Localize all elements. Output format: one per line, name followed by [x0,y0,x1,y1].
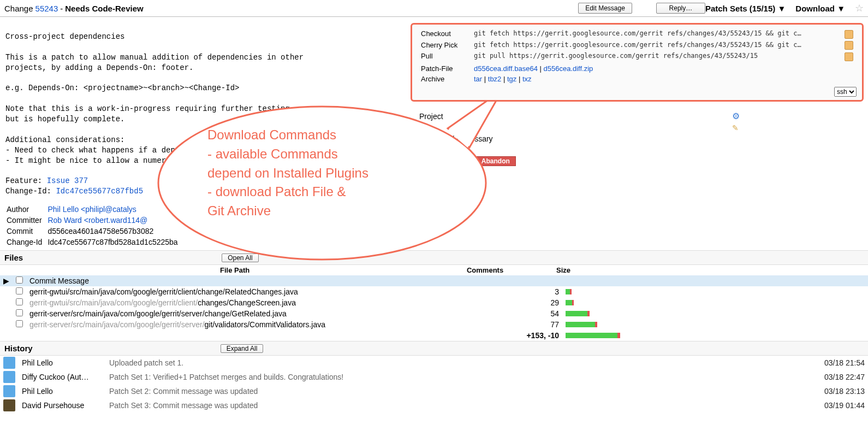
history-row[interactable]: Diffy Cuckoo (Aut…Patch Set 1: Verified+… [0,370,868,384]
file-size-bar [562,297,868,308]
copy-icon[interactable] [845,52,853,61]
file-size-bar [562,286,868,297]
download-cmd[interactable]: git fetch https://gerrit.googlesource.co… [472,29,841,39]
file-path[interactable]: gerrit-server/src/main/java/com/google/g… [26,319,486,330]
avatar [3,385,15,397]
file-reviewed-checkbox[interactable] [16,309,23,316]
history-message: Uploaded patch set 1. [106,356,802,370]
file-row[interactable]: gerrit-server/src/main/java/com/google/g… [0,308,868,319]
expand-arrow-icon[interactable] [0,297,13,308]
file-comments-count: 77 [486,319,562,330]
file-reviewed-checkbox[interactable] [16,298,23,305]
file-comments-count: 3 [486,286,562,297]
change-number-link[interactable]: 55243 [35,4,58,13]
patch-file-zip[interactable]: d556cea.diff.zip [544,64,593,73]
file-path[interactable]: gerrit-gwtui/src/main/java/com/google/ge… [26,297,486,308]
history-row[interactable]: Phil LelloUploaded patch set 1.03/18 21:… [0,356,868,370]
committer-link[interactable]: Rob Ward <robert.ward114@ [47,216,147,225]
author-link[interactable]: Phil Lello <philipl@catalys [47,205,136,214]
edit-icon[interactable]: ✎ [732,123,739,132]
history-author: David Pursehouse [19,398,106,412]
download-cmd[interactable]: git fetch https://gerrit.googlesource.co… [472,40,841,51]
patch-file-base64[interactable]: d556cea.diff.base64 [474,64,538,73]
abandon-button[interactable]: Abandon [475,156,516,166]
expand-arrow-icon[interactable] [0,319,13,330]
download-popup: Checkoutgit fetch https://gerrit.googles… [411,23,864,102]
archive-tar[interactable]: tar [474,75,482,83]
history-author: Phil Lello [19,384,106,398]
patch-sets-dropdown[interactable]: Patch Sets (15/15) ▼ [705,4,786,13]
archive-tgz[interactable]: tgz [507,75,516,83]
file-row[interactable]: gerrit-gwtui/src/main/java/com/google/ge… [0,286,868,297]
file-row[interactable]: gerrit-gwtui/src/main/java/com/google/ge… [0,297,868,308]
avatar [3,371,15,383]
star-icon[interactable]: ☆ [855,2,864,14]
change-label: Change [4,4,33,13]
history-date: 03/18 23:13 [802,384,868,398]
download-cmd-label: Cherry Pick [419,40,471,51]
rebase-button[interactable]: ase [451,156,473,166]
copy-icon[interactable] [845,30,853,39]
history-date: 03/18 21:54 [802,356,868,370]
archive-tbz2[interactable]: tbz2 [488,75,502,83]
history-date: 03/19 01:44 [802,398,868,412]
file-path[interactable]: Commit Message [26,275,486,286]
history-row[interactable]: Phil LelloPatch Set 2: Commit message wa… [0,384,868,398]
files-totals: +153, -10 [486,330,562,341]
expand-arrow-icon[interactable]: ▶ [0,275,13,286]
expand-all-button[interactable]: Expand All [221,344,264,353]
feature-link[interactable]: Issue 377 [47,176,88,185]
change-header: Change 55243 - Needs Code-Review Edit Me… [0,0,868,17]
files-section-header: Files Open All [0,250,868,265]
copy-icon[interactable] [845,41,853,50]
download-cmd-label: Pull [419,51,471,62]
file-comments-count: 29 [486,297,562,308]
avatar [3,357,15,369]
open-all-button[interactable]: Open All [222,254,258,262]
file-reviewed-checkbox[interactable] [16,276,23,284]
download-dropdown[interactable]: Download ▼ [795,4,845,13]
change-status: Needs Code-Review [65,4,143,13]
file-reviewed-checkbox[interactable] [16,287,23,294]
history-author: Diffy Cuckoo (Aut… [19,370,106,384]
history-author: Phil Lello [19,356,106,370]
file-path[interactable]: gerrit-gwtui/src/main/java/com/google/ge… [26,286,486,297]
change-details-panel: Project⚙ ter✎ if Necessary go ase Abando… [415,109,744,168]
gear-icon[interactable]: ⚙ [732,111,740,121]
file-size-bar [562,319,868,330]
history-table: Phil LelloUploaded patch set 1.03/18 21:… [0,356,868,412]
file-row[interactable]: gerrit-server/src/main/java/com/google/g… [0,319,868,330]
history-message: Patch Set 3: Commit message was updated [106,398,802,412]
download-cmd-label: Checkout [419,29,471,39]
download-cmd[interactable]: git pull https://gerrit.googlesource.com… [472,51,841,62]
branch-link[interactable]: ter [451,123,460,132]
file-reviewed-checkbox[interactable] [16,320,23,327]
files-columns: File Path Comments Size [0,265,868,275]
file-comments-count: 54 [486,308,562,319]
file-size-bar [562,308,868,319]
expand-arrow-icon[interactable] [0,308,13,319]
history-date: 03/18 22:47 [802,370,868,384]
commit-meta: AuthorPhil Lello <philipl@catalys Commit… [5,203,183,248]
file-path[interactable]: gerrit-server/src/main/java/com/google/g… [26,308,486,319]
download-scheme-select[interactable]: ssh [834,87,857,97]
history-message: Patch Set 2: Commit message was updated [106,384,802,398]
file-comments-count [486,275,562,286]
history-section-header: History Expand All [0,341,868,356]
files-table: ▶Commit Messagegerrit-gwtui/src/main/jav… [0,275,868,341]
sep: - [60,4,63,13]
history-row[interactable]: David PursehousePatch Set 3: Commit mess… [0,398,868,412]
edit-message-button[interactable]: Edit Message [578,3,632,14]
file-size-bar [562,275,868,286]
history-message: Patch Set 1: Verified+1 Patchset merges … [106,370,802,384]
changeid-link[interactable]: Idc47ce55677c87fbd5 [56,187,143,196]
file-row[interactable]: ▶Commit Message [0,275,868,286]
avatar [3,399,15,411]
reply-button[interactable]: Reply… [656,3,705,14]
archive-txz[interactable]: txz [522,75,532,83]
expand-arrow-icon[interactable] [0,286,13,297]
